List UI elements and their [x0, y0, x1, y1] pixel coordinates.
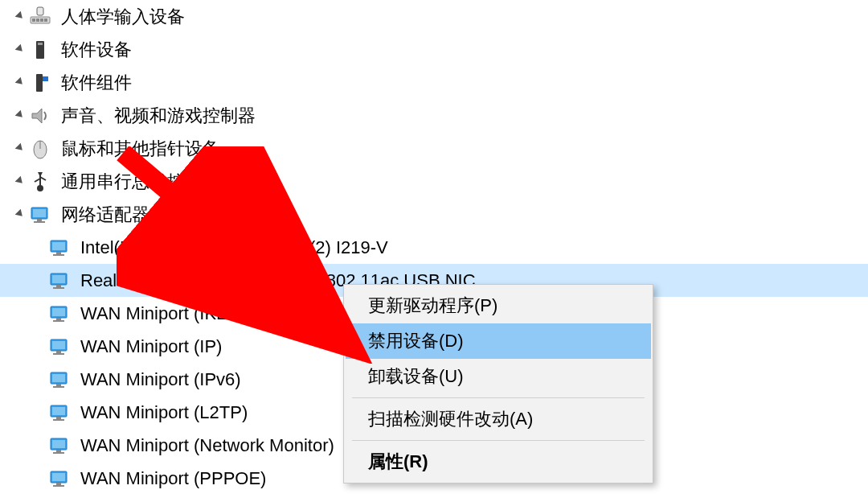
tree-item-label: WAN Miniport (IKEv2)	[80, 302, 252, 325]
network-adapter-icon	[48, 401, 71, 424]
menu-scan-hardware[interactable]: 扫描检测硬件改动(A)	[346, 401, 651, 437]
network-adapter-icon	[29, 204, 51, 226]
menu-separator	[352, 440, 645, 441]
tree-item-label: 通用串行总线控制器	[61, 171, 220, 193]
chevron-right-icon	[14, 145, 26, 156]
speaker-icon	[29, 105, 51, 127]
tree-item-label: WAN Miniport (IP)	[80, 335, 222, 358]
tree-item-hid[interactable]: 人体学输入设备	[0, 0, 868, 33]
hid-icon	[29, 6, 51, 28]
software-device-icon	[29, 39, 51, 61]
tree-item-software-components[interactable]: 软件组件	[0, 66, 868, 99]
mouse-icon	[29, 138, 51, 160]
context-menu: 更新驱动程序(P) 禁用设备(D) 卸载设备(U) 扫描检测硬件改动(A) 属性…	[343, 284, 653, 483]
tree-item-intel-ethernet[interactable]: Intel(R) Ethernet Connection (2) I219-V	[0, 231, 868, 264]
menu-properties[interactable]: 属性(R)	[346, 444, 651, 479]
chevron-right-icon	[14, 46, 26, 57]
network-adapter-icon	[48, 302, 71, 325]
tree-item-usb[interactable]: 通用串行总线控制器	[0, 165, 868, 198]
menu-disable-device[interactable]: 禁用设备(D)	[346, 323, 651, 359]
tree-item-label: WAN Miniport (L2TP)	[80, 401, 248, 424]
tree-item-mouse[interactable]: 鼠标和其他指针设备	[0, 132, 868, 165]
menu-update-driver[interactable]: 更新驱动程序(P)	[346, 288, 651, 323]
usb-icon	[29, 171, 51, 193]
tree-item-label: 声音、视频和游戏控制器	[61, 105, 256, 127]
network-adapter-icon	[48, 237, 71, 259]
tree-item-label: WAN Miniport (IPv6)	[80, 368, 241, 391]
tree-item-label: 软件设备	[61, 39, 132, 61]
tree-item-label: 人体学输入设备	[61, 6, 185, 28]
software-component-icon	[29, 72, 51, 94]
network-adapter-icon	[48, 270, 71, 292]
network-adapter-icon	[48, 368, 71, 391]
tree-item-label: 网络适配器	[61, 204, 149, 226]
chevron-right-icon	[14, 13, 26, 24]
tree-item-label: WAN Miniport (Network Monitor)	[80, 434, 334, 457]
network-adapter-icon	[48, 335, 71, 358]
tree-item-sound[interactable]: 声音、视频和游戏控制器	[0, 99, 868, 132]
tree-item-label: 鼠标和其他指针设备	[61, 138, 220, 160]
chevron-right-icon	[14, 79, 26, 90]
network-adapter-icon	[48, 434, 71, 457]
network-adapter-icon	[48, 467, 71, 490]
menu-uninstall-device[interactable]: 卸载设备(U)	[346, 359, 651, 394]
tree-item-label: Intel(R) Ethernet Connection (2) I219-V	[80, 237, 388, 259]
chevron-right-icon	[14, 178, 26, 189]
tree-item-software-devices[interactable]: 软件设备	[0, 33, 868, 66]
chevron-right-icon	[14, 112, 26, 123]
tree-item-network-adapters[interactable]: 网络适配器	[0, 198, 868, 231]
menu-separator	[352, 397, 645, 398]
tree-item-label: 软件组件	[61, 72, 132, 94]
chevron-down-icon	[14, 211, 26, 222]
tree-item-label: WAN Miniport (PPPOE)	[80, 467, 266, 490]
